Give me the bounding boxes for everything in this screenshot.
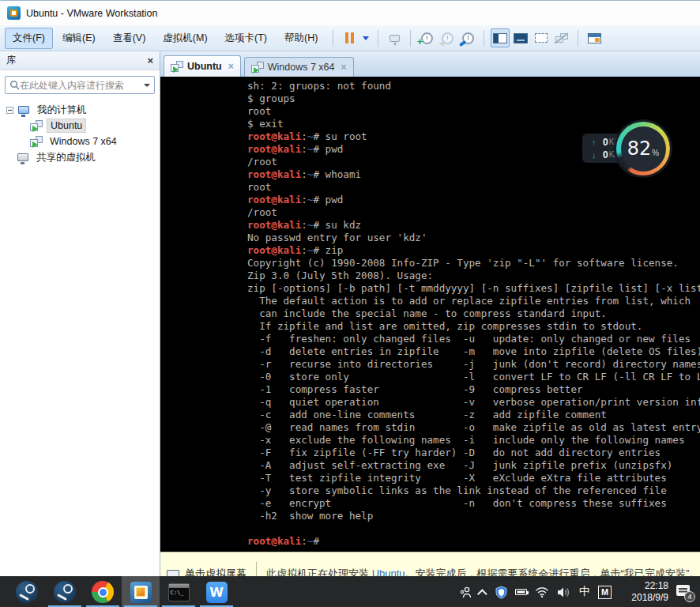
terminal-line: -x exclude the following names -i includ… (247, 434, 700, 447)
terminal-line: -r recurse into directories -j junk (don… (247, 358, 700, 371)
terminal-line: -F fix zipfile (-FF try harder) -D do no… (247, 447, 700, 459)
console-view-icon (514, 33, 528, 43)
terminal-line: $ groups (247, 92, 700, 105)
revert-snapshot-button[interactable]: ◄ (438, 28, 457, 47)
hint-left-text[interactable]: 单击虚拟屏幕 (185, 567, 247, 576)
unity-mode-button[interactable] (552, 28, 571, 47)
wifi-icon[interactable] (535, 586, 549, 598)
hint-message-after: 。安装完成后，根据需要系统会进行重启，单击“我已完成安装”。 (405, 567, 700, 576)
taskbar-clock[interactable]: 22:18 2018/9/9 (619, 580, 668, 604)
vm-icon (251, 62, 264, 73)
notification-count-badge: 4 (684, 591, 695, 602)
tree-item-my-computer[interactable]: 我的计算机 (0, 102, 160, 118)
vm-hint-bar: 单击虚拟屏幕 此虚拟机正在处理安装 Ubuntu。安装完成后，根据需要系统会进行… (160, 552, 700, 576)
fullscreen-button[interactable] (532, 28, 551, 47)
gauge-percent-sign: % (652, 149, 659, 157)
library-search[interactable] (5, 76, 155, 94)
gauge-face: 82 % (621, 126, 666, 172)
close-tab-icon[interactable]: × (341, 62, 347, 73)
library-sidebar: 库 × 我的计算机 Ubuntu Windows 7 x64 (0, 51, 160, 576)
terminal-line: -d delete entries in zipfile -m move int… (247, 345, 700, 358)
taskbar-steam[interactable] (8, 576, 46, 607)
wps-office-icon: W (206, 582, 228, 603)
terminal-line: -1 compress faster -9 compress better (247, 383, 700, 396)
terminal-line: root@kali:~# su kdz (247, 219, 700, 232)
taskbar-chrome[interactable] (84, 576, 122, 607)
antivirus-shield-icon[interactable] (495, 586, 507, 599)
terminal-line: -T test zipfile integrity -X eXclude eXt… (247, 472, 700, 484)
library-title: 库 (6, 54, 147, 67)
terminal-line: /root (247, 206, 700, 219)
menu-edit[interactable]: 编辑(E) (55, 28, 103, 49)
taskbar-wps[interactable]: W (198, 576, 235, 607)
toggle-thumbnail-bar-button[interactable] (585, 28, 604, 47)
menu-tabs[interactable]: 选项卡(T) (217, 28, 275, 49)
toolbar-separator (410, 30, 411, 47)
toggle-library-button[interactable] (491, 28, 510, 47)
console-view-button[interactable] (511, 28, 530, 47)
close-tab-icon[interactable]: × (228, 61, 234, 72)
tree-label: 共享的虚拟机 (33, 150, 99, 165)
performance-gauge[interactable]: 82 % (616, 122, 670, 175)
terminal-line: -c add one-line comments -z add zipfile … (247, 409, 700, 421)
menu-file[interactable]: 文件(F) (5, 28, 53, 49)
command-prompt-icon (168, 583, 190, 601)
vm-icon (30, 120, 43, 131)
vm-console-screen[interactable]: sh: 2: gruops: not found$ groupsroot$ ex… (160, 77, 700, 552)
snapshot-manager-button[interactable] (458, 28, 477, 47)
window-title: Ubuntu - VMware Workstation (26, 8, 158, 19)
taskbar-vmware[interactable] (122, 576, 160, 607)
vmware-app-icon (7, 6, 21, 20)
terminal-line: Zip 3.0 (July 5th 2008). Usage: (247, 270, 700, 282)
system-tray: 中 M 22:18 2018/9/9 4 (459, 576, 700, 607)
menu-vm[interactable]: 虚拟机(M) (155, 28, 215, 49)
hint-message-before: 此虚拟机正在处理安装 (266, 567, 372, 576)
vm-tree: 我的计算机 Ubuntu Windows 7 x64 共享的虚拟机 (0, 102, 160, 165)
unity-mode-icon (555, 33, 568, 43)
download-speed-value: 0 (603, 149, 608, 160)
taskbar-steam-2[interactable] (46, 576, 84, 607)
screen-hint-icon (167, 570, 179, 577)
tab-label: Windows 7 x64 (268, 62, 335, 73)
power-dropdown-button[interactable] (360, 28, 371, 47)
menu-help[interactable]: 帮助(H) (277, 28, 326, 49)
tab-windows7[interactable]: Windows 7 x64 × (244, 57, 354, 77)
take-snapshot-button[interactable]: + (417, 28, 436, 47)
library-header: 库 × (0, 51, 160, 70)
people-icon[interactable] (459, 586, 472, 599)
battery-icon[interactable] (515, 589, 527, 595)
pause-icon (345, 32, 354, 43)
search-input[interactable] (20, 80, 141, 91)
windows-taskbar: W 中 M 22:18 2018/9/9 4 (0, 576, 700, 607)
terminal-line: root@kali:~# pwd (247, 194, 700, 206)
terminal-line: can include the special name - to compre… (247, 307, 700, 320)
menu-view[interactable]: 查看(V) (105, 28, 154, 49)
action-center-button[interactable]: 4 (676, 583, 694, 601)
revert-clock-icon: ◄ (442, 32, 453, 44)
thumbnail-bar-icon (588, 33, 601, 43)
ime-language-indicator[interactable]: 中 (579, 585, 590, 599)
volume-icon[interactable] (557, 586, 571, 598)
send-ctrl-alt-del-button[interactable] (385, 28, 404, 47)
search-options-caret-icon[interactable] (144, 84, 150, 87)
tray-expand-chevron-icon[interactable] (477, 589, 487, 599)
close-library-icon[interactable]: × (147, 55, 153, 66)
tree-item-windows7[interactable]: Windows 7 x64 (0, 134, 160, 149)
taskbar-cmd[interactable] (160, 576, 198, 607)
ctrl-alt-del-icon (390, 35, 400, 42)
tree-item-shared-vms[interactable]: 共享的虚拟机 (0, 149, 160, 165)
chrome-icon (92, 581, 114, 603)
pause-vm-button[interactable] (340, 28, 359, 47)
tree-label: Ubuntu (47, 119, 86, 133)
tree-item-ubuntu[interactable]: Ubuntu (0, 118, 160, 134)
upload-speed-value: 0 (603, 137, 608, 148)
collapse-icon[interactable] (6, 107, 13, 114)
terminal-line: root (247, 105, 700, 118)
tab-ubuntu[interactable]: Ubuntu × (164, 55, 241, 77)
ime-mode-indicator[interactable]: M (598, 586, 612, 599)
terminal-line: No passwd entry for user 'kdz' (247, 232, 700, 244)
download-arrow-icon: ↓ (592, 150, 603, 160)
terminal-line: -A adjust self-extracting exe -J junk zi… (247, 459, 700, 472)
toolbar-separator (484, 30, 484, 47)
hint-message-link[interactable]: Ubuntu (372, 567, 405, 576)
